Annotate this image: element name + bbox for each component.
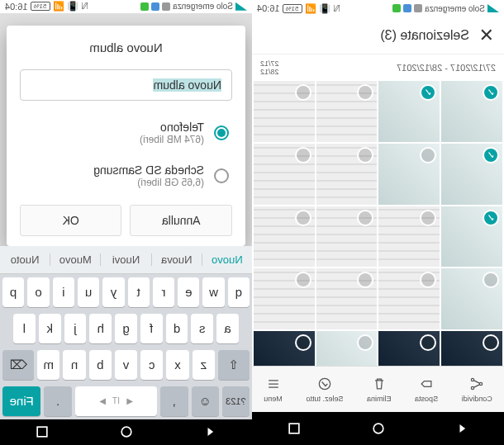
select-circle-icon[interactable] [358, 334, 374, 351]
select-circle-icon[interactable] [295, 272, 311, 288]
selected-check-icon[interactable] [483, 210, 499, 226]
photo-thumb[interactable] [441, 268, 502, 329]
photo-thumb[interactable] [441, 206, 502, 267]
storage-option-phone[interactable]: Telefono (674 MB liberi) [20, 116, 232, 150]
key[interactable]: f [140, 314, 163, 343]
select-circle-icon[interactable] [295, 210, 311, 226]
selected-check-icon[interactable] [483, 147, 499, 163]
key[interactable]: s [191, 314, 213, 343]
key[interactable]: u [78, 277, 99, 307]
photo-thumb[interactable] [316, 81, 378, 142]
menu-button[interactable]: Menu [264, 376, 283, 403]
photo-thumb[interactable] [379, 144, 440, 205]
photo-thumb[interactable] [379, 206, 440, 267]
key[interactable]: a [216, 314, 239, 343]
suggestion[interactable]: Nuoto [0, 253, 50, 266]
home-nav-icon[interactable] [118, 424, 135, 440]
selected-check-icon[interactable] [483, 84, 499, 101]
emoji-key[interactable]: ☺ [192, 386, 219, 416]
select-circle-icon[interactable] [420, 272, 436, 288]
select-circle-icon[interactable] [295, 334, 311, 351]
key[interactable]: t [128, 277, 150, 307]
recent-nav-icon[interactable] [286, 420, 302, 437]
close-icon[interactable]: ✕ [479, 25, 494, 46]
photo-thumb[interactable] [441, 81, 502, 142]
radio-unchecked-icon[interactable] [214, 168, 229, 183]
key[interactable]: z [193, 350, 215, 380]
recent-nav-icon[interactable] [34, 424, 50, 440]
key[interactable]: y [102, 277, 124, 307]
radio-checked-icon[interactable] [214, 125, 229, 140]
key[interactable]: j [64, 314, 87, 343]
suggestion[interactable]: Muovo [50, 253, 100, 266]
shift-key[interactable]: ⇧ [218, 350, 250, 380]
photo-thumb[interactable] [316, 268, 378, 329]
photo-thumb[interactable] [316, 206, 378, 267]
suggestion[interactable]: Nuovo [202, 253, 252, 266]
key[interactable]: r [153, 277, 174, 307]
album-name-input[interactable]: Nuovo album [20, 69, 232, 101]
key[interactable]: h [89, 314, 112, 343]
back-nav-icon[interactable] [454, 420, 470, 437]
key[interactable]: k [39, 314, 61, 343]
key[interactable]: e [178, 277, 199, 307]
symbols-key[interactable]: ?123 [222, 386, 250, 416]
comma-key[interactable]: , [160, 386, 188, 416]
backspace-key[interactable]: ⌫ [2, 350, 34, 380]
photo-thumb[interactable] [379, 331, 440, 366]
key[interactable]: m [37, 350, 59, 380]
select-circle-icon[interactable] [420, 210, 436, 226]
key[interactable]: g [115, 314, 137, 343]
key[interactable]: i [53, 277, 74, 307]
period-key[interactable]: . [44, 386, 71, 416]
key[interactable]: v [115, 350, 137, 380]
storage-option-sd[interactable]: Scheda SD Samsung (6,65 GB liberi) [20, 159, 232, 193]
select-circle-icon[interactable] [358, 84, 374, 101]
key[interactable]: w [202, 277, 224, 307]
key[interactable]: b [89, 350, 112, 380]
key[interactable]: n [63, 350, 85, 380]
photo-thumb[interactable] [254, 268, 315, 329]
photo-thumb[interactable] [254, 81, 315, 142]
select-circle-icon[interactable] [295, 84, 311, 101]
home-nav-icon[interactable] [370, 420, 387, 437]
delete-button[interactable]: Elimina [367, 376, 392, 403]
key[interactable]: d [166, 314, 188, 343]
photo-thumb[interactable] [254, 144, 315, 205]
select-circle-icon[interactable] [358, 147, 374, 163]
key[interactable]: c [140, 350, 163, 380]
carrier-label: Solo emergenza [173, 2, 233, 11]
select-circle-icon[interactable] [483, 272, 499, 288]
photo-thumb[interactable] [254, 331, 315, 366]
key[interactable]: o [27, 277, 49, 307]
key[interactable]: p [2, 277, 24, 307]
photo-thumb[interactable] [316, 331, 378, 366]
cancel-button[interactable]: Annulla [131, 205, 233, 236]
photo-thumb[interactable] [254, 206, 315, 267]
select-circle-icon[interactable] [420, 147, 436, 163]
photo-thumb[interactable] [379, 268, 440, 329]
selected-check-icon[interactable] [420, 84, 436, 101]
share-button[interactable]: Condividi [462, 376, 492, 403]
key[interactable]: x [166, 350, 188, 380]
spacebar[interactable]: ◀ IT ▶ [75, 386, 158, 416]
date-range-row: 27/12/2017 - 28/12/2017 27/12 28/12 [252, 54, 504, 81]
key[interactable]: l [13, 314, 36, 343]
photo-thumb[interactable] [316, 144, 378, 205]
select-circle-icon[interactable] [358, 210, 374, 226]
photo-thumb[interactable] [441, 144, 502, 205]
photo-thumb[interactable] [441, 331, 502, 366]
select-all-button[interactable]: Selez. tutto [306, 376, 343, 403]
move-button[interactable]: Sposta [415, 376, 438, 403]
done-key[interactable]: Fine [2, 386, 41, 416]
select-circle-icon[interactable] [358, 272, 374, 288]
select-circle-icon[interactable] [483, 334, 499, 351]
select-circle-icon[interactable] [295, 147, 311, 163]
suggestion[interactable]: Nuovi [100, 253, 150, 266]
photo-thumb[interactable] [379, 81, 440, 142]
ok-button[interactable]: OK [20, 205, 122, 236]
suggestion[interactable]: Nuova [151, 253, 202, 266]
select-circle-icon[interactable] [420, 334, 436, 351]
back-nav-icon[interactable] [202, 424, 218, 440]
key[interactable]: q [228, 277, 250, 307]
